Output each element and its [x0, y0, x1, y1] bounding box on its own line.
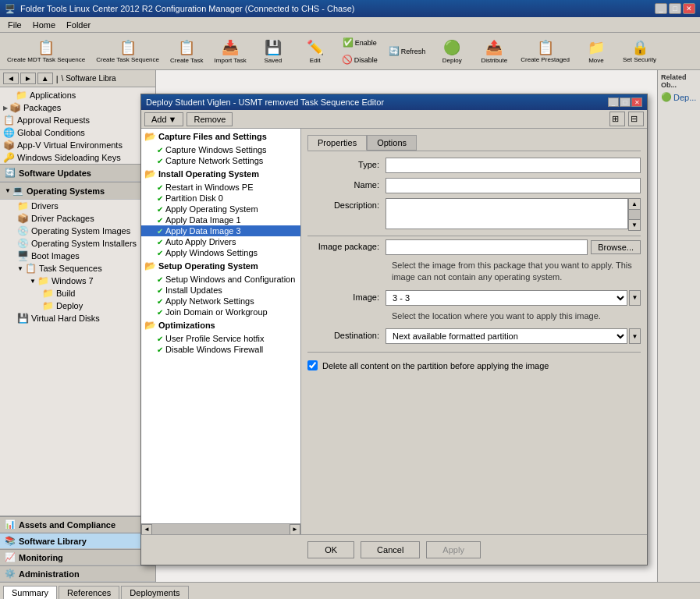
- image-dropdown-btn[interactable]: ▼: [629, 290, 641, 306]
- desc-textarea[interactable]: [386, 198, 628, 229]
- move-button[interactable]: 📁 Move: [577, 34, 616, 69]
- task-apply-data-1[interactable]: ✔ Apply Data Image 1: [141, 214, 300, 225]
- ok-button[interactable]: OK: [307, 541, 354, 558]
- close-button[interactable]: ✕: [683, 3, 695, 14]
- task-apply-data-3[interactable]: ✔ Apply Data Image 3: [141, 225, 300, 236]
- task-auto-drivers[interactable]: ✔ Auto Apply Drivers: [141, 236, 300, 247]
- restart-pe-label: Restart in Windows PE: [165, 183, 253, 192]
- apply-button[interactable]: Apply: [426, 541, 481, 558]
- name-value-container: [386, 178, 641, 193]
- menu-home[interactable]: Home: [28, 19, 60, 31]
- apply-data1-label: Apply Data Image 1: [165, 215, 241, 225]
- maximize-button[interactable]: □: [669, 3, 681, 14]
- divider-2: [307, 352, 641, 353]
- prestaged-label: Create Prestaged: [521, 57, 570, 64]
- task-apply-windows[interactable]: ✔ Apply Windows Settings: [141, 247, 300, 258]
- modal-close-button[interactable]: ✕: [631, 97, 642, 107]
- deploy-icon: 🟢: [443, 39, 460, 56]
- props-tabs: Properties Options: [307, 135, 641, 151]
- hs-right-btn[interactable]: ►: [290, 524, 300, 535]
- desc-value-container: ▲ ▼: [386, 198, 641, 231]
- import-task-button[interactable]: 📥 Import Task: [211, 34, 251, 69]
- tab-deployments[interactable]: Deployments: [121, 586, 188, 599]
- task-restart-pe[interactable]: ✔ Restart in Windows PE: [141, 182, 300, 193]
- install-folder-icon: 📂: [144, 168, 156, 179]
- modal-title-text: Deploy Student Viglen - USMT removed Tas…: [146, 97, 608, 107]
- distribute-button[interactable]: 📤 Distribute: [474, 34, 513, 69]
- enable-button[interactable]: ✅ Enable: [338, 35, 382, 51]
- icon-btn-2[interactable]: ⊟: [628, 112, 644, 126]
- task-apply-os[interactable]: ✔ Apply Operating System: [141, 204, 300, 214]
- auto-drivers-label: Auto Apply Drivers: [165, 237, 236, 246]
- prestaged-icon: 📋: [537, 39, 554, 56]
- modal-minimize-button[interactable]: _: [608, 97, 619, 107]
- modal-title-bar: Deploy Student Viglen - USMT removed Tas…: [141, 94, 647, 110]
- disable-button[interactable]: 🚫 Disable: [338, 52, 382, 68]
- type-input[interactable]: [386, 158, 641, 173]
- task-capture-windows[interactable]: ✔ Capture Windows Settings: [141, 144, 300, 155]
- task-user-profile[interactable]: ✔ User Profile Service hotfix: [141, 333, 300, 344]
- tab-references[interactable]: References: [59, 586, 119, 599]
- deploy-button[interactable]: 🟢 Deploy: [432, 34, 471, 69]
- capture-windows-label: Capture Windows Settings: [165, 145, 267, 154]
- properties-panel: Properties Options Type: Name:: [301, 129, 647, 534]
- task-partition-disk[interactable]: ✔ Partition Disk 0: [141, 193, 300, 204]
- minimize-button[interactable]: _: [655, 3, 667, 14]
- desc-scroll-down[interactable]: ▼: [629, 219, 640, 230]
- divider-1: [307, 236, 641, 236]
- edit-icon: ✏️: [307, 39, 324, 56]
- type-label: Type:: [307, 158, 386, 169]
- modal-maximize-button[interactable]: □: [620, 97, 631, 107]
- image-label: Image:: [307, 290, 386, 302]
- create-mdt-button[interactable]: 📋 Create MDT Task Sequence: [3, 34, 89, 69]
- create-ts-label: Create Task Sequence: [96, 57, 159, 64]
- remove-button[interactable]: Remove: [187, 112, 233, 126]
- image-package-input[interactable]: [386, 239, 588, 255]
- saved-button[interactable]: 💾 Saved: [254, 34, 293, 69]
- tab-options[interactable]: Options: [367, 135, 417, 151]
- task-install-updates[interactable]: ✔ Install Updates: [141, 285, 300, 296]
- tab-properties[interactable]: Properties: [307, 135, 367, 151]
- task-disable-firewall[interactable]: ✔ Disable Windows Firewall: [141, 344, 300, 355]
- move-label: Move: [588, 57, 604, 64]
- dest-dropdown-btn[interactable]: ▼: [629, 328, 641, 344]
- join-domain-check: ✔: [157, 308, 163, 317]
- destination-label: Destination:: [307, 328, 386, 340]
- main-layout: ◄ ► ▲ | \ Software Libra 📁 Applications …: [0, 70, 700, 582]
- desc-scroll-up[interactable]: ▲: [629, 199, 640, 210]
- task-join-domain[interactable]: ✔ Join Domain or Workgroup: [141, 307, 300, 317]
- apply-os-label: Apply Operating System: [165, 204, 258, 214]
- task-setup-windows[interactable]: ✔ Setup Windows and Configuration: [141, 274, 300, 285]
- apply-windows-check: ✔: [157, 249, 163, 257]
- hs-track[interactable]: [152, 524, 290, 535]
- menu-file[interactable]: File: [3, 19, 27, 31]
- create-task-button[interactable]: 📋 Create Task: [166, 34, 208, 69]
- name-label: Name:: [307, 178, 386, 190]
- image-package-container: Browse...: [386, 239, 641, 255]
- icon-btn-1[interactable]: ⊞: [609, 112, 625, 126]
- menu-folder[interactable]: Folder: [62, 19, 95, 31]
- browse-button[interactable]: Browse...: [591, 240, 641, 254]
- toolbar: 📋 Create MDT Task Sequence 📋 Create Task…: [0, 33, 700, 70]
- install-updates-label: Install Updates: [165, 285, 222, 295]
- refresh-button[interactable]: 🔄 Refresh: [385, 44, 430, 59]
- task-capture-network[interactable]: ✔ Capture Network Settings: [141, 155, 300, 166]
- create-prestaged-button[interactable]: 📋 Create Prestaged: [517, 34, 574, 69]
- delete-content-checkbox[interactable]: [307, 360, 318, 370]
- hs-left-btn[interactable]: ◄: [141, 524, 152, 535]
- add-button[interactable]: Add ▼: [144, 112, 183, 126]
- task-network-settings[interactable]: ✔ Apply Network Settings: [141, 296, 300, 307]
- tab-summary[interactable]: Summary: [3, 586, 57, 599]
- apply-windows-label: Apply Windows Settings: [165, 248, 258, 257]
- image-select[interactable]: 3 - 3: [386, 290, 627, 306]
- cancel-button[interactable]: Cancel: [361, 541, 420, 558]
- edit-button[interactable]: ✏️ Edit: [296, 34, 335, 69]
- name-input[interactable]: [386, 178, 641, 193]
- apply-data3-label: Apply Data Image 3: [165, 226, 241, 236]
- distribute-icon: 📤: [485, 39, 503, 56]
- create-task-seq-button[interactable]: 📋 Create Task Sequence: [92, 34, 163, 69]
- create-mdt-icon: 📋: [37, 39, 55, 56]
- set-security-button[interactable]: 🔒 Set Security: [619, 34, 660, 69]
- import-label: Import Task: [215, 57, 247, 64]
- destination-select[interactable]: Next available formatted partition: [386, 328, 627, 344]
